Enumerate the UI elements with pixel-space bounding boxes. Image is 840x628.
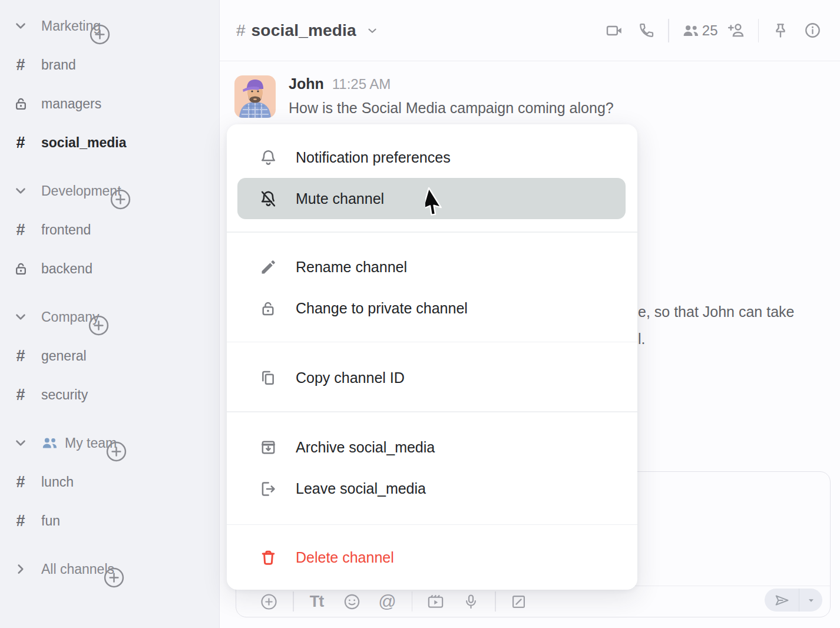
send-options-button[interactable] <box>799 589 822 612</box>
channel-label: lunch <box>41 474 74 490</box>
sidebar-item-social-media[interactable]: # social_media <box>0 123 219 162</box>
archive-icon <box>257 438 279 457</box>
video-call-icon[interactable] <box>598 18 630 44</box>
section-gap <box>0 540 219 550</box>
emoji-icon[interactable] <box>340 589 365 614</box>
menu-item-notification-preferences[interactable]: Notification preferences <box>227 137 637 178</box>
lock-icon <box>0 261 41 277</box>
caret-down-icon <box>806 596 816 605</box>
phone-call-icon[interactable] <box>630 18 662 44</box>
message-author: John <box>289 75 324 92</box>
info-icon[interactable] <box>796 18 828 44</box>
sidebar-item-security[interactable]: # security <box>0 375 219 414</box>
channel-label: fun <box>41 513 60 529</box>
header-actions: 25 <box>598 18 828 44</box>
sidebar-item-frontend[interactable]: # frontend <box>0 210 219 249</box>
sidebar-section-my-team[interactable]: My team <box>0 424 219 462</box>
section-gap <box>0 162 219 171</box>
menu-item-label: Archive social_media <box>296 439 435 456</box>
message-text: How is the Social Media campaign coming … <box>289 100 614 117</box>
section-gap <box>0 288 219 298</box>
menu-divider <box>227 411 637 412</box>
fragment-line-2: l. <box>638 325 838 352</box>
menu-item-change-to-private[interactable]: Change to private channel <box>227 288 637 329</box>
hash-icon: # <box>0 56 41 74</box>
bell-icon <box>257 148 279 167</box>
sidebar-section-all-channels[interactable]: All channels <box>0 550 219 589</box>
add-member-icon[interactable] <box>720 18 752 44</box>
menu-item-rename-channel[interactable]: Rename channel <box>227 247 637 288</box>
menu-item-label: Leave social_media <box>296 480 426 497</box>
pin-icon[interactable] <box>765 18 796 44</box>
section-gap <box>0 414 219 424</box>
hash-icon: # <box>0 134 41 152</box>
mention-icon[interactable]: @ <box>375 589 400 614</box>
app-window: Marketing # brand managers # social_medi… <box>0 0 840 628</box>
channel-label: brand <box>41 57 76 73</box>
sidebar-item-brand[interactable]: # brand <box>0 45 219 84</box>
video-message-icon[interactable] <box>423 589 448 614</box>
chevron-down-icon <box>0 435 41 451</box>
channel-label: frontend <box>41 222 91 238</box>
pencil-icon <box>257 258 279 276</box>
chevron-down-icon <box>0 18 41 34</box>
sidebar-item-backend[interactable]: backend <box>0 249 219 288</box>
trash-icon <box>257 548 279 567</box>
avatar[interactable] <box>234 75 276 118</box>
sidebar-section-marketing[interactable]: Marketing <box>0 6 219 45</box>
channel-sidebar: Marketing # brand managers # social_medi… <box>0 0 220 628</box>
hash-icon: # <box>236 21 246 40</box>
compose-toolbar: Tt @ <box>236 586 830 617</box>
menu-divider <box>227 342 637 343</box>
add-icon[interactable] <box>256 589 281 614</box>
chat-header: # social_media 25 <box>220 0 840 61</box>
copy-icon <box>257 368 279 387</box>
hash-icon: # <box>0 386 41 404</box>
message-timestamp: 11:25 AM <box>332 76 391 92</box>
hash-icon: # <box>0 221 41 239</box>
menu-item-label: Mute channel <box>296 190 384 207</box>
send-button[interactable] <box>765 589 799 612</box>
add-channel-button[interactable] <box>110 188 132 210</box>
channel-label: backend <box>41 261 92 277</box>
menu-item-mute-channel[interactable]: Mute channel <box>237 178 626 219</box>
people-icon <box>41 435 59 451</box>
menu-divider <box>227 232 637 233</box>
menu-item-leave-channel[interactable]: Leave social_media <box>227 468 637 510</box>
menu-item-delete-channel[interactable]: Delete channel <box>227 537 637 578</box>
menu-item-copy-channel-id[interactable]: Copy channel ID <box>227 357 637 398</box>
add-channel-button[interactable] <box>102 566 125 589</box>
sidebar-section-development[interactable]: Development <box>0 171 219 210</box>
channel-label: social_media <box>41 135 126 151</box>
channel-title[interactable]: # social_media <box>236 21 379 40</box>
hash-icon: # <box>0 512 41 530</box>
add-channel-button[interactable] <box>87 314 110 336</box>
channel-label: security <box>41 387 88 403</box>
menu-item-label: Notification preferences <box>296 149 451 166</box>
text-format-icon[interactable]: Tt <box>305 589 329 614</box>
slash-square-icon[interactable] <box>507 589 531 614</box>
sidebar-item-general[interactable]: # general <box>0 336 219 375</box>
divider <box>495 591 496 612</box>
add-channel-button[interactable] <box>105 440 127 462</box>
menu-divider <box>227 524 637 525</box>
chat-message: John 11:25 AM How is the Social Media ca… <box>220 61 840 118</box>
sidebar-item-fun[interactable]: # fun <box>0 501 219 540</box>
menu-item-label: Rename channel <box>296 259 407 276</box>
lock-icon <box>257 299 279 318</box>
member-count: 25 <box>702 22 718 39</box>
sidebar-section-company[interactable]: Company <box>0 298 219 336</box>
paper-plane-icon <box>773 592 790 609</box>
sidebar-item-managers[interactable]: managers <box>0 84 219 123</box>
menu-item-label: Change to private channel <box>296 300 468 317</box>
hash-icon: # <box>0 473 41 491</box>
microphone-icon[interactable] <box>458 589 483 614</box>
add-channel-button[interactable] <box>89 23 111 45</box>
menu-item-label: Delete channel <box>296 549 394 566</box>
menu-item-archive-channel[interactable]: Archive social_media <box>227 427 637 468</box>
menu-item-label: Copy channel ID <box>296 369 405 386</box>
fragment-line-1: e, so that John can take <box>638 298 838 325</box>
send-button-group <box>765 589 822 612</box>
sidebar-item-lunch[interactable]: # lunch <box>0 462 219 501</box>
chevron-down-icon <box>0 183 41 199</box>
